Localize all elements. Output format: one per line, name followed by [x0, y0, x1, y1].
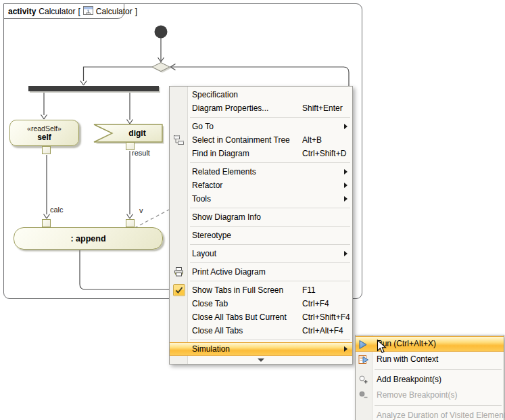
- submenu-item-add-breakpoints[interactable]: Add Breakpoint(s): [356, 372, 504, 388]
- read-self-action-node[interactable]: «readSelf» self: [9, 120, 79, 146]
- shortcut: Shift+Enter: [302, 101, 343, 115]
- menu-item-select-in-containment-tree[interactable]: Select in Containment Tree Alt+B: [170, 133, 352, 147]
- shortcut: Ctrl+Shift+D: [302, 147, 346, 160]
- submenu-item-remove-breakpoints: Remove Breakpoint(s): [356, 388, 504, 403]
- menu-separator: [190, 208, 350, 208]
- menu-item-related-elements[interactable]: Related Elements: [170, 165, 352, 179]
- shortcut: Ctrl+Alt+F4: [302, 324, 343, 337]
- digit-node-label[interactable]: digit: [112, 124, 162, 142]
- submenu-arrow-icon: [344, 169, 347, 174]
- menu-item-specification[interactable]: Specification: [170, 88, 352, 101]
- submenu-arrow-icon: [344, 196, 347, 202]
- menu-separator: [375, 369, 502, 370]
- shortcut: F11: [302, 283, 316, 297]
- menu-item-layout[interactable]: Layout: [170, 247, 352, 260]
- submenu-arrow-icon: [344, 124, 347, 129]
- submenu-arrow-icon: [344, 346, 347, 352]
- read-self-stereotype: «readSelf»: [27, 124, 62, 133]
- shortcut: Ctrl+Shift+F4: [302, 310, 350, 324]
- mouse-cursor: [377, 340, 387, 357]
- diagram-type-icon: [83, 5, 93, 18]
- run-with-context-icon: [358, 354, 369, 370]
- menu-item-print-active-diagram[interactable]: Print Active Diagram: [170, 265, 352, 279]
- close-bracket: ]: [135, 7, 137, 16]
- menu-separator: [190, 244, 350, 245]
- diagram-frame-header[interactable]: activity Calculator [ Calculator ]: [3, 3, 124, 19]
- application-canvas: activity Calculator [ Calculator ]: [0, 0, 505, 420]
- menu-item-diagram-properties[interactable]: Diagram Properties... Shift+Enter: [170, 101, 352, 115]
- menu-item-refactor[interactable]: Refactor: [170, 179, 352, 192]
- read-self-name: self: [37, 133, 51, 142]
- printer-icon: [173, 266, 185, 281]
- submenu-item-analyze-duration: Analyze Duration of Visited Elements: [356, 408, 504, 420]
- diagram-kind-label: activity: [8, 7, 36, 16]
- menu-item-go-to[interactable]: Go To: [170, 120, 352, 133]
- menu-item-close-all-tabs[interactable]: Close All Tabs Ctrl+Alt+F4: [170, 324, 352, 337]
- append-calc-pin[interactable]: [42, 219, 51, 227]
- shortcut: Ctrl+F4: [302, 297, 329, 310]
- diagram-name: Calculator: [96, 7, 133, 16]
- append-action-node[interactable]: : append: [14, 227, 163, 250]
- menu-item-simulation[interactable]: Simulation: [170, 342, 352, 356]
- menu-separator: [375, 405, 502, 406]
- submenu-arrow-icon: [344, 251, 347, 256]
- menu-item-show-diagram-info[interactable]: Show Diagram Info: [170, 210, 352, 224]
- menu-separator: [190, 226, 350, 227]
- menu-item-stereotype[interactable]: Stereotype: [170, 229, 352, 242]
- menu-item-show-tabs-in-full-screen[interactable]: Show Tabs in Full Screen F11: [170, 283, 352, 297]
- shortcut: Alt+B: [302, 133, 322, 147]
- menu-separator: [190, 340, 350, 340]
- menu-item-close-tab[interactable]: Close Tab Ctrl+F4: [170, 297, 352, 310]
- menu-item-tools[interactable]: Tools: [170, 192, 352, 206]
- pin-label-calc: calc: [50, 206, 64, 214]
- remove-breakpoint-icon: [358, 390, 368, 406]
- scroll-down-icon: [258, 358, 264, 362]
- menu-separator: [190, 162, 350, 163]
- submenu-arrow-icon: [344, 183, 347, 188]
- self-output-pin[interactable]: [42, 146, 51, 154]
- open-bracket: [: [78, 7, 80, 16]
- pin-label-v: v: [139, 206, 143, 214]
- menu-separator: [190, 117, 350, 118]
- menu-item-find-in-diagram[interactable]: Find in Diagram Ctrl+Shift+D: [170, 147, 352, 160]
- menu-separator: [190, 262, 350, 263]
- menu-item-close-all-tabs-but-current[interactable]: Close All Tabs But Current Ctrl+Shift+F4: [170, 310, 352, 324]
- menu-separator: [190, 281, 350, 281]
- context-menu: Specification Diagram Properties... Shif…: [169, 86, 353, 365]
- pin-label-result: result: [132, 149, 150, 157]
- diagram-context-name: Calculator: [39, 7, 75, 16]
- append-v-pin[interactable]: [126, 219, 135, 227]
- menu-scroll-down[interactable]: [170, 356, 352, 364]
